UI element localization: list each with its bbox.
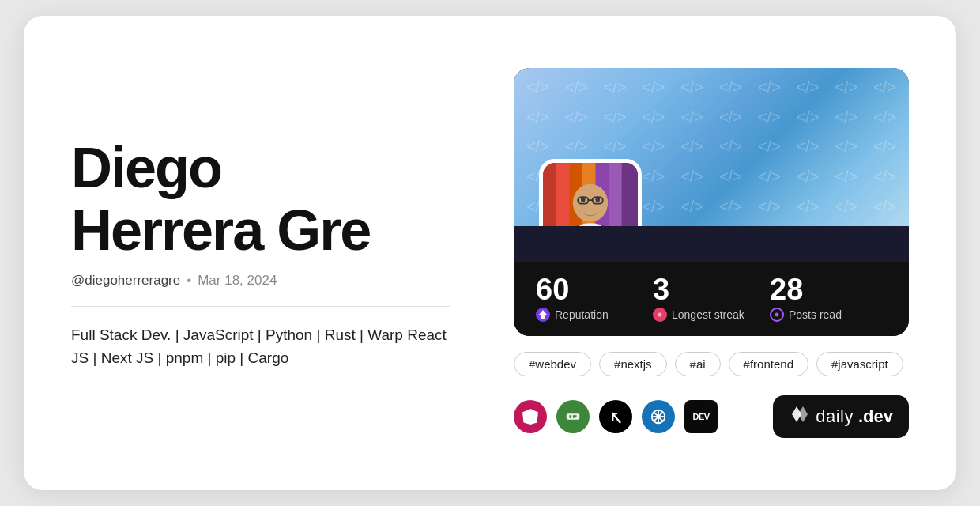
user-name: Diego Herrera Gre bbox=[71, 137, 450, 262]
pattern-icon: </> bbox=[522, 135, 554, 159]
dailydev-logo-icon bbox=[789, 403, 811, 430]
stat-streak: 3 Longest streak bbox=[653, 274, 770, 322]
stats-bar: 60 Reputation 3 Longest streak bbox=[514, 262, 909, 336]
brand-name-dev: .dev bbox=[858, 406, 893, 427]
posts-read-icon bbox=[770, 308, 784, 322]
pattern-icon: </> bbox=[599, 76, 631, 100]
pattern-icon: </> bbox=[637, 194, 669, 218]
svg-rect-5 bbox=[609, 163, 622, 226]
pattern-icon: </> bbox=[522, 106, 554, 130]
svg-point-15 bbox=[658, 313, 662, 317]
tag-ai[interactable]: #ai bbox=[675, 352, 721, 376]
streak-value: 3 bbox=[653, 274, 770, 304]
stat-reputation: 60 Reputation bbox=[536, 274, 653, 322]
posts-read-label-row: Posts read bbox=[770, 308, 887, 322]
pattern-icon: </> bbox=[869, 76, 901, 100]
node-icon[interactable] bbox=[556, 400, 590, 433]
pattern-icon: </> bbox=[560, 76, 593, 100]
angular-icon[interactable] bbox=[514, 400, 547, 433]
pattern-icon: </> bbox=[753, 135, 786, 159]
reputation-label: Reputation bbox=[555, 308, 609, 321]
pattern-icon: </> bbox=[714, 194, 747, 218]
pattern-icon: </> bbox=[792, 106, 824, 130]
svg-rect-1 bbox=[556, 163, 570, 226]
divider bbox=[71, 306, 450, 307]
pattern-icon: </> bbox=[676, 106, 708, 130]
social-icons: DEV bbox=[514, 400, 718, 433]
pattern-icon: </> bbox=[676, 165, 708, 189]
streak-label: Longest streak bbox=[672, 308, 744, 321]
left-panel: Diego Herrera Gre @diegoherreragre • Mar… bbox=[71, 137, 450, 369]
svg-point-16 bbox=[775, 313, 779, 317]
handle-row: @diegoherreragre • Mar 18, 2024 bbox=[71, 273, 450, 289]
pattern-icon: </> bbox=[830, 76, 862, 100]
pattern-icon: </> bbox=[753, 76, 786, 100]
streak-icon bbox=[653, 308, 667, 322]
tag-javascript[interactable]: #javascript bbox=[816, 352, 903, 376]
pattern-icon: </> bbox=[869, 106, 901, 130]
svg-rect-20 bbox=[573, 417, 575, 418]
svg-rect-19 bbox=[573, 415, 577, 417]
right-panel: </> </> </> </> </> </> </> </> </> </> … bbox=[514, 68, 909, 438]
svg-rect-0 bbox=[543, 163, 556, 226]
pattern-icon: </> bbox=[599, 135, 631, 159]
pattern-icon: </> bbox=[676, 76, 708, 100]
pattern-icon: </> bbox=[637, 76, 669, 100]
reputation-label-row: Reputation bbox=[536, 308, 653, 322]
stat-posts-read: 28 Posts read bbox=[770, 274, 887, 322]
tag-frontend[interactable]: #frontend bbox=[729, 352, 808, 376]
reputation-icon bbox=[536, 308, 550, 322]
pattern-icon: </> bbox=[869, 194, 901, 218]
codepen-icon[interactable] bbox=[642, 400, 675, 433]
brand-logo: daily .dev bbox=[773, 395, 909, 438]
profile-card: Diego Herrera Gre @diegoherreragre • Mar… bbox=[24, 16, 956, 490]
dev-to-icon[interactable]: DEV bbox=[684, 400, 718, 433]
pattern-icon: </> bbox=[869, 135, 901, 159]
pattern-icon: </> bbox=[830, 194, 862, 218]
tags-row: #webdev #nextjs #ai #frontend #javascrip… bbox=[514, 352, 909, 376]
pattern-icon: </> bbox=[830, 165, 862, 189]
tag-nextjs[interactable]: #nextjs bbox=[599, 352, 667, 376]
pattern-icon: </> bbox=[792, 194, 824, 218]
pattern-icon: </> bbox=[753, 165, 786, 189]
dot-separator: • bbox=[187, 273, 191, 289]
profile-banner: </> </> </> </> </> </> </> </> </> </> … bbox=[514, 68, 909, 226]
brand-name-daily: daily bbox=[816, 406, 854, 427]
pattern-icon: </> bbox=[714, 165, 747, 189]
pattern-icon: </> bbox=[560, 135, 593, 159]
posts-read-label: Posts read bbox=[789, 308, 842, 321]
pattern-icon: </> bbox=[637, 106, 669, 130]
pattern-icon: </> bbox=[792, 165, 824, 189]
pattern-icon: </> bbox=[560, 106, 593, 130]
pattern-icon: </> bbox=[753, 194, 786, 218]
pattern-icon: </> bbox=[753, 106, 786, 130]
profile-visual-card: </> </> </> </> </> </> </> </> </> </> … bbox=[514, 68, 909, 336]
svg-rect-6 bbox=[622, 163, 638, 226]
avatar-wrapper bbox=[539, 159, 642, 226]
pattern-icon: </> bbox=[792, 76, 824, 100]
pattern-icon: </> bbox=[830, 106, 862, 130]
pattern-icon: </> bbox=[869, 165, 901, 189]
svg-rect-18 bbox=[569, 415, 571, 418]
pattern-icon: </> bbox=[637, 135, 669, 159]
pattern-icon: </> bbox=[599, 106, 631, 130]
user-bio: Full Stack Dev. | JavaScript | Python | … bbox=[71, 324, 450, 369]
pattern-icon: </> bbox=[522, 76, 554, 100]
pattern-icon: </> bbox=[637, 165, 669, 189]
nextjs-icon[interactable] bbox=[599, 400, 632, 433]
pattern-icon: </> bbox=[830, 135, 862, 159]
pattern-icon: </> bbox=[714, 106, 747, 130]
streak-label-row: Longest streak bbox=[653, 308, 770, 322]
posts-read-value: 28 bbox=[770, 274, 887, 304]
user-handle: @diegoherreragre bbox=[71, 273, 180, 289]
pattern-icon: </> bbox=[792, 135, 824, 159]
tag-webdev[interactable]: #webdev bbox=[514, 352, 591, 376]
join-date: Mar 18, 2024 bbox=[198, 273, 277, 289]
bottom-row: DEV daily .dev bbox=[514, 395, 909, 438]
pattern-icon: </> bbox=[676, 194, 708, 218]
pattern-icon: </> bbox=[676, 135, 708, 159]
reputation-value: 60 bbox=[536, 274, 653, 304]
pattern-icon: </> bbox=[714, 135, 747, 159]
svg-marker-13 bbox=[539, 310, 547, 319]
pattern-icon: </> bbox=[714, 76, 747, 100]
